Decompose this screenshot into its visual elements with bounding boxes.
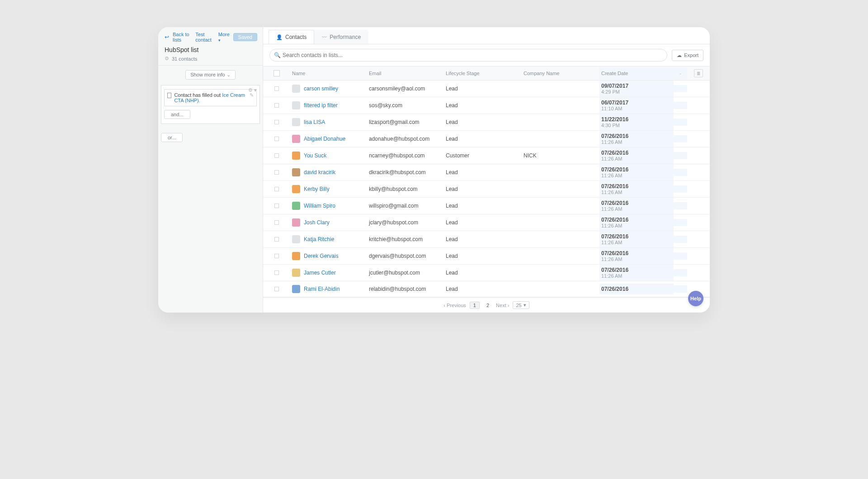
export-button[interactable]: ☁ Export — [672, 50, 703, 61]
contact-name-link[interactable]: carson smilley — [304, 85, 338, 92]
row-email-cell: relabidin@hubspot.com — [367, 282, 444, 296]
table-row[interactable]: david kracirikdkracirik@hubspot.comLead0… — [263, 164, 710, 181]
header-company[interactable]: Company Name — [522, 67, 599, 80]
contact-name-link[interactable]: Derek Gervais — [304, 253, 339, 259]
contact-name-link[interactable]: Kerby Billy — [304, 186, 330, 192]
table-row[interactable]: carson smilleycarsonsmiley@aol.comLead09… — [263, 81, 710, 97]
row-name-cell: You Suck — [290, 148, 367, 163]
header-email[interactable]: Email — [367, 67, 444, 80]
checkbox-icon[interactable] — [274, 287, 279, 291]
criteria-rule-text: Contact has filled out Ice Cream CTA (NH… — [174, 92, 247, 103]
pagination-prev[interactable]: ‹ Previous — [443, 303, 466, 308]
table-row[interactable]: Rami El-Abidinrelabidin@hubspot.comLead0… — [263, 281, 710, 297]
row-name-cell: Josh Clary — [290, 215, 367, 230]
contact-name-link[interactable]: Katja Ritchie — [304, 236, 334, 242]
row-checkbox-cell[interactable] — [263, 133, 290, 145]
avatar — [292, 202, 300, 210]
contact-name-link[interactable]: filtered ip filter — [304, 102, 338, 109]
gear-icon[interactable]: ⚙ — [165, 56, 169, 62]
criteria-rule[interactable]: Contact has filled out Ice Cream CTA (NH… — [164, 89, 257, 106]
row-checkbox-cell[interactable] — [263, 83, 290, 95]
table-row[interactable]: William Spirowillspiro@gmail.comLead07/2… — [263, 198, 710, 214]
header-name[interactable]: Name — [290, 67, 367, 80]
pagination-pagesize[interactable]: 25 ▾ — [513, 301, 529, 309]
checkbox-icon[interactable] — [274, 220, 279, 225]
row-trailing — [687, 220, 710, 225]
header-sort-dir[interactable]: - — [674, 67, 687, 80]
contact-name-link[interactable]: lisa LISA — [304, 119, 325, 125]
show-more-info-button[interactable]: Show more info — [185, 70, 236, 80]
contact-name-link[interactable]: Abigael Donahue — [304, 136, 345, 142]
contact-name-link[interactable]: Josh Clary — [304, 219, 330, 226]
row-stage-cell: Lead — [444, 282, 522, 296]
table-row[interactable]: Kerby Billykbilly@hubspot.comLead07/26/2… — [263, 181, 710, 198]
row-date-cell: 07/26/201611:26 AM — [599, 131, 674, 147]
checkbox-icon[interactable] — [274, 70, 280, 76]
table-row[interactable]: lisa LISAlizasport@gmail.comLead11/22/20… — [263, 114, 710, 131]
row-checkbox-cell[interactable] — [263, 267, 290, 279]
tab-contacts[interactable]: 👤 Contacts — [269, 30, 314, 44]
table-row[interactable]: filtered ip filtersos@sky.comLead06/07/2… — [263, 97, 710, 114]
header-stage[interactable]: Lifecycle Stage — [444, 67, 522, 80]
contact-name-link[interactable]: You Suck — [304, 152, 326, 159]
table-row[interactable]: James Cutlerjcutler@hubspot.comLead07/26… — [263, 265, 710, 281]
row-checkbox-cell[interactable] — [263, 183, 290, 195]
row-checkbox-cell[interactable] — [263, 150, 290, 161]
checkbox-icon[interactable] — [274, 170, 279, 175]
and-button[interactable]: and... — [164, 110, 190, 119]
checkbox-icon[interactable] — [274, 153, 279, 158]
row-checkbox-cell[interactable] — [263, 233, 290, 245]
back-arrow-icon[interactable]: ↩ — [165, 34, 169, 40]
row-checkbox-cell[interactable] — [263, 166, 290, 178]
row-checkbox-cell[interactable] — [263, 100, 290, 111]
header-create-date[interactable]: Create Date — [599, 67, 674, 80]
row-checkbox-cell[interactable] — [263, 217, 290, 228]
table-row[interactable]: Katja Ritchiekritchie@hubspot.comLead07/… — [263, 231, 710, 248]
row-name-cell: david kracirik — [290, 165, 367, 180]
row-date-cell: 07/26/201611:26 AM — [599, 214, 674, 231]
row-trailing — [687, 86, 710, 91]
tab-performance[interactable]: 〰 Performance — [314, 30, 368, 44]
row-checkbox-cell[interactable] — [263, 116, 290, 128]
checkbox-icon[interactable] — [274, 270, 279, 275]
contact-name-link[interactable]: James Cutler — [304, 270, 336, 276]
search-input[interactable] — [269, 49, 667, 62]
header-column-config[interactable]: ≣ — [687, 66, 710, 80]
more-menu[interactable]: More — [218, 32, 230, 43]
table-row[interactable]: Josh Claryjclary@hubspot.comLead07/26/20… — [263, 214, 710, 231]
pagination-page-2[interactable]: 2 — [483, 302, 492, 308]
test-contact-link[interactable]: Test contact — [195, 32, 214, 43]
criteria-settings-icon[interactable]: ⚙ ▾ — [248, 87, 257, 93]
row-trailing — [687, 119, 710, 125]
checkbox-icon[interactable] — [274, 86, 279, 91]
table-row[interactable]: Abigael Donahueadonahue@hubspot.comLead0… — [263, 131, 710, 147]
row-checkbox-cell[interactable] — [263, 200, 290, 212]
contact-name-link[interactable]: david kracirik — [304, 169, 335, 175]
row-stage-cell: Lead — [444, 82, 522, 95]
table-row[interactable]: You Suckncarney@hubspot.comCustomerNICK0… — [263, 147, 710, 164]
contact-name-link[interactable]: William Spiro — [304, 203, 335, 209]
avatar — [292, 269, 300, 277]
checkbox-icon[interactable] — [274, 103, 279, 108]
row-checkbox-cell[interactable] — [263, 250, 290, 262]
checkbox-icon[interactable] — [274, 237, 279, 242]
row-company-cell — [522, 102, 599, 109]
row-name-cell: filtered ip filter — [290, 98, 367, 113]
header-select-all[interactable] — [263, 66, 290, 80]
checkbox-icon[interactable] — [274, 204, 279, 208]
checkbox-icon[interactable] — [274, 187, 279, 191]
row-company-cell — [522, 236, 599, 243]
back-to-lists-link[interactable]: Back to lists — [173, 32, 192, 43]
contact-name-link[interactable]: Rami El-Abidin — [304, 286, 340, 292]
checkbox-icon[interactable] — [274, 254, 279, 258]
pagination-page-1[interactable]: 1 — [470, 302, 480, 309]
help-button[interactable]: Help — [688, 291, 703, 306]
pagination-next[interactable]: Next › — [496, 303, 509, 308]
saved-button[interactable]: Saved — [233, 33, 257, 41]
checkbox-icon[interactable] — [274, 137, 279, 141]
table-row[interactable]: Derek Gervaisdgervais@hubspot.comLead07/… — [263, 248, 710, 265]
checkbox-icon[interactable] — [274, 120, 279, 124]
sidebar: ↩ Back to lists Test contact More Saved … — [158, 27, 263, 313]
or-button[interactable]: or... — [161, 133, 183, 142]
row-checkbox-cell[interactable] — [263, 283, 290, 295]
